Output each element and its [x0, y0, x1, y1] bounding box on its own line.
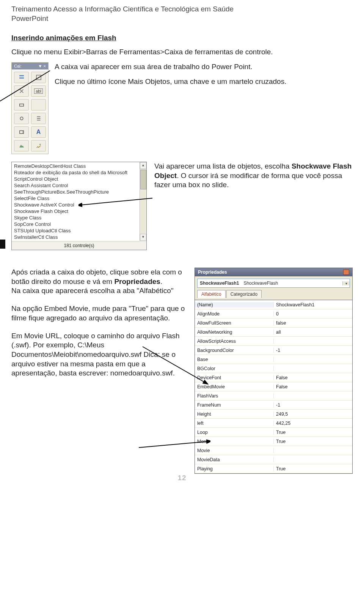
black-strip: [0, 240, 5, 249]
more-objects-tool[interactable]: [31, 140, 46, 151]
prop-value[interactable]: True: [274, 466, 352, 471]
list-item[interactable]: Shockwave ActiveX Control: [14, 202, 144, 208]
prop-value[interactable]: -1: [274, 402, 352, 408]
controls-toolbox-palette: Cai: ▼ × abl A: [11, 62, 49, 154]
palette-tool[interactable]: [31, 113, 46, 124]
chevron-down-icon[interactable]: ▾: [342, 281, 350, 285]
list-item[interactable]: Shockwave Flash Object: [14, 208, 144, 214]
list-item[interactable]: STSUpId UploadCtl Class: [14, 227, 144, 234]
palette-title-text: Cai:: [14, 64, 22, 68]
tab-alphabetical[interactable]: Alfabético: [197, 290, 226, 298]
list-item[interactable]: SopCore Control: [14, 221, 144, 227]
palette-titlebar[interactable]: Cai: ▼ ×: [12, 63, 48, 69]
prop-value[interactable]: True: [274, 439, 352, 444]
palette-tool[interactable]: [31, 72, 46, 83]
paragraph-1: A caixa vai aparecer em sua área de trab…: [55, 62, 353, 86]
prop-value[interactable]: False: [274, 375, 352, 380]
scroll-up-button[interactable]: ▲: [140, 162, 146, 169]
p3: Na opção Embed Movie, mude para "True" p…: [11, 304, 188, 323]
palette-tool[interactable]: [14, 99, 29, 110]
list-item[interactable]: SelectFile Class: [14, 195, 144, 202]
prop-value[interactable]: 249,5: [274, 412, 352, 417]
prop-name: AllowFullScreen: [195, 320, 274, 326]
palette-tool[interactable]: [14, 72, 29, 83]
note1-a: Vai aparecer uma lista de objetos, escol…: [154, 162, 292, 170]
selected-object-name: ShockwaveFlash1: [198, 281, 241, 286]
prop-value[interactable]: all: [274, 330, 352, 335]
prop-value[interactable]: 0: [274, 311, 352, 317]
selected-object-type: ShockwaveFlash: [241, 281, 342, 286]
listbox-scrollbar[interactable]: ▲ ▼: [140, 162, 146, 241]
properties-titlebar[interactable]: Propriedades: [195, 268, 352, 276]
prop-name: MovieData: [195, 457, 274, 462]
close-icon[interactable]: [343, 270, 349, 275]
properties-window: Propriedades ShockwaveFlash1 ShockwaveFl…: [195, 268, 353, 474]
para1b: Clique no último ícone Mais Objetos, uma…: [55, 77, 353, 87]
palette-tool[interactable]: [14, 140, 29, 151]
prop-name: DeviceFont: [195, 375, 274, 380]
object-selector-combo[interactable]: ShockwaveFlash1 ShockwaveFlash ▾: [197, 279, 350, 288]
section-heading: Inserindo animações em Flash: [11, 34, 353, 42]
properties-grid: (Name)ShockwaveFlash1 AlignMode0 AllowFu…: [195, 300, 352, 473]
scroll-down-button[interactable]: ▼: [140, 234, 146, 241]
scroll-thumb[interactable]: [140, 170, 146, 189]
prop-name: left: [195, 421, 274, 426]
list-item[interactable]: ScriptControl Object: [14, 176, 144, 182]
svg-point-2: [20, 117, 23, 120]
note1-b: . O cursor irá se modificar de forma que…: [154, 172, 342, 189]
svg-rect-3: [19, 131, 24, 134]
list-item[interactable]: SeeThroughPictureBox.SeeThroughPicture: [14, 189, 144, 195]
prop-name: FrameNum: [195, 402, 274, 408]
instructions-column: Após criada a caixa do objeto, clique so…: [11, 268, 188, 474]
more-controls-listbox[interactable]: RemoteDesktopClientHost Class Roteador d…: [11, 162, 147, 250]
listbox-footer: 181 controle(s): [12, 241, 146, 250]
prop-value[interactable]: True: [274, 430, 352, 435]
palette-close[interactable]: ×: [44, 64, 46, 68]
prop-name: Height: [195, 412, 274, 417]
svg-rect-0: [36, 75, 41, 80]
prop-name: (Name): [195, 302, 274, 307]
palette-tool[interactable]: [14, 113, 29, 124]
prop-name: AlignMode: [195, 311, 274, 317]
prop-name: Menu: [195, 439, 274, 444]
list-item[interactable]: Skype Class: [14, 214, 144, 221]
doc-header-line2: PowerPoint: [11, 14, 353, 24]
intro-text: Clique no menu Exibir>Barras de Ferramen…: [11, 47, 353, 57]
prop-name: Playing: [195, 466, 274, 471]
prop-value[interactable]: ShockwaveFlash1: [274, 302, 352, 307]
prop-value[interactable]: false: [274, 320, 352, 326]
prop-name: EmbedMovie: [195, 384, 274, 389]
tab-categorized[interactable]: Categorizado: [226, 290, 262, 298]
prop-name: Loop: [195, 430, 274, 435]
prop-name: AllowScriptAccess: [195, 339, 274, 344]
page-number: 12: [11, 474, 353, 482]
p1b: .: [160, 278, 162, 285]
svg-rect-1: [19, 104, 24, 106]
list-item[interactable]: Roteador de exibição da pasta do shell d…: [14, 169, 144, 176]
p1bold: Propriedades: [114, 278, 160, 285]
palette-tool[interactable]: [14, 126, 29, 138]
palette-tool[interactable]: A: [31, 126, 46, 138]
list-item[interactable]: RemoteDesktopClientHost Class: [14, 163, 144, 169]
prop-name: FlashVars: [195, 393, 274, 399]
palette-tool[interactable]: [31, 99, 46, 110]
prop-name: BackgroundColor: [195, 348, 274, 353]
prop-value[interactable]: 442,25: [274, 421, 352, 426]
p2: Na caixa que aparecerá escolha a aba "Al…: [11, 287, 174, 295]
properties-title-text: Propriedades: [198, 270, 227, 275]
prop-value[interactable]: False: [274, 384, 352, 389]
prop-name: AllowNetworking: [195, 330, 274, 335]
doc-header-line1: Treinamento Acesso a Informação Científi…: [11, 5, 353, 14]
list-item[interactable]: Search Assistant Control: [14, 182, 144, 189]
p4: Em Movie URL, coloque o caminho do arqui…: [11, 331, 188, 378]
prop-name: Movie: [195, 448, 274, 453]
prop-name: BGColor: [195, 366, 274, 371]
palette-tool[interactable]: abl: [31, 85, 46, 97]
list-item[interactable]: SwInstallerCtl Class: [14, 234, 144, 240]
palette-tool[interactable]: [14, 85, 29, 97]
svg-point-4: [39, 144, 41, 145]
prop-name: Base: [195, 357, 274, 362]
para1a: A caixa vai aparecer em sua área de trab…: [55, 62, 353, 72]
listbox-note: Vai aparecer uma lista de objetos, escol…: [154, 162, 353, 190]
prop-value[interactable]: -1: [274, 348, 352, 353]
